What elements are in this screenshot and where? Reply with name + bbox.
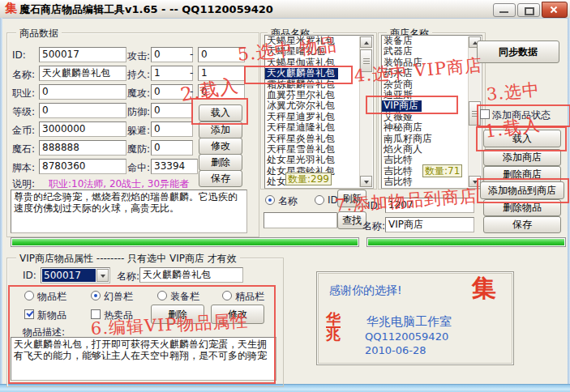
- shop-count-badge: 数量:71: [422, 164, 462, 177]
- script-field[interactable]: 8780360: [39, 159, 126, 174]
- add-shop-button[interactable]: 添加商店: [483, 149, 561, 166]
- field-label-script: 脚本:: [12, 161, 35, 175]
- vip-name-label: 名称:: [117, 270, 139, 283]
- logo-bottom-char: 兆: [326, 328, 341, 342]
- studio-name: 华兆电脑工作室: [366, 314, 452, 330]
- vip-id-value: 500017: [42, 269, 96, 282]
- name-field[interactable]: 天火麒麟兽礼包: [39, 66, 126, 81]
- app-window: { "window": { "title": "魔石商店物品编辑工具v1.65 …: [0, 0, 570, 392]
- maximize-icon: [525, 7, 534, 15]
- annotation-step3: 3.选中: [486, 78, 542, 106]
- product-data-group-label: 商品数据: [16, 27, 62, 40]
- progress-bar: [366, 237, 566, 247]
- search-by-id-radio[interactable]: [315, 195, 324, 205]
- studio-qq: QQ1120059420: [365, 330, 448, 343]
- field-label-level: 等级:: [12, 105, 35, 119]
- scroll-down-icon[interactable]: [360, 176, 372, 187]
- field-label-defense: 防御:: [127, 105, 150, 119]
- list-item[interactable]: 神秘商店: [382, 122, 482, 133]
- shop-name-field[interactable]: VIP商店: [385, 217, 474, 232]
- studio-date: 2010-06-28: [365, 344, 426, 356]
- annotation-box-vip-shop: [366, 96, 458, 114]
- field-label-gold: 金币:: [12, 124, 35, 138]
- list-item[interactable]: 血翼芬里尔礼包: [265, 90, 373, 100]
- window-title: 魔石商店物品编辑工具v1.65 - -- QQ1120059420: [19, 2, 273, 17]
- maximize-button[interactable]: [517, 3, 540, 17]
- progress-bar: [11, 237, 359, 247]
- dodge-field[interactable]: 0: [151, 121, 193, 137]
- shop-name-label: 名称:: [362, 219, 385, 233]
- scroll-up-icon[interactable]: [360, 36, 372, 48]
- class-field[interactable]: 0: [39, 84, 126, 100]
- list-item[interactable]: 天秤星炎兽礼包: [265, 134, 373, 144]
- annotation-box-add-item-to-shop: [477, 178, 569, 203]
- list-item[interactable]: 焰火商人: [382, 144, 482, 155]
- list-item[interactable]: 处女星光羽礼包: [265, 155, 373, 165]
- thanks-greeting: 感谢你的选择!: [329, 283, 402, 298]
- list-item[interactable]: 冰翼尤弥尔礼包: [265, 100, 373, 111]
- field-label-attack: 攻击:: [127, 49, 150, 63]
- field-label-class: 职业:: [12, 87, 35, 100]
- search-by-name-label: 名称: [278, 194, 298, 208]
- field-label-name: 名称:: [12, 68, 35, 82]
- close-button[interactable]: [542, 2, 568, 18]
- title-bar[interactable]: 集 魔石商店物品编辑工具v1.65 - -- QQ1120059420: [0, 0, 570, 19]
- field-label-magicdefense: 魔防:: [127, 143, 150, 156]
- field-label-hit: 命中:: [127, 161, 150, 175]
- annotation-box-selected-item: [244, 66, 353, 84]
- magicstone-field[interactable]: 888888: [39, 140, 126, 156]
- durable-min-field[interactable]: 1: [151, 66, 193, 81]
- list-item[interactable]: 天秤星雪兽礼包: [265, 144, 373, 155]
- item-description-box[interactable]: 尊贵的纪念骑宠，燃烧着烈焰的瑞兽麒麟。它迅疾的速度仿佛划过天际的火球，高贵无比。: [11, 190, 247, 233]
- vip-name-field[interactable]: 天火麒麟兽礼包: [139, 267, 243, 283]
- hit-field[interactable]: 33394: [151, 159, 198, 174]
- minimize-button[interactable]: [493, 3, 516, 17]
- chevron-down-icon[interactable]: [96, 269, 109, 282]
- huazhao-logo-icon: 华 兆: [326, 313, 341, 341]
- dash: -: [190, 49, 193, 60]
- field-label-durable: 持久:: [127, 68, 150, 82]
- save-shop-button[interactable]: 保存: [483, 216, 561, 233]
- save-item-button[interactable]: 保存: [199, 170, 242, 187]
- list-item[interactable]: 南瓜籽商店: [382, 134, 482, 144]
- vip-id-combobox[interactable]: 500017: [41, 267, 110, 283]
- sync-data-button[interactable]: 同步数据: [477, 40, 559, 63]
- minimize-icon: [499, 11, 508, 13]
- vip-attributes-group-label: VIP商店物品属性 -------- 只有选中 VIP商店 才有效: [16, 252, 240, 266]
- search-by-name-radio[interactable]: [265, 195, 275, 205]
- app-logo-icon: 集: [5, 2, 17, 15]
- field-label-dodge: 躲避:: [127, 124, 150, 138]
- search-input[interactable]: [264, 212, 337, 228]
- field-label-magicstone: 魔石:: [12, 143, 35, 156]
- delete-item-button[interactable]: 删除: [199, 154, 242, 171]
- list-item[interactable]: 天秤星迪罗礼包: [265, 112, 373, 122]
- id-field[interactable]: 500017: [39, 47, 126, 62]
- studio-seal-icon: 集: [472, 277, 496, 300]
- modify-item-button[interactable]: 修改: [199, 138, 242, 155]
- attack-min-field[interactable]: 0: [151, 47, 193, 62]
- magicdefense-field[interactable]: 0: [151, 140, 193, 156]
- list-item[interactable]: 装备店: [382, 36, 482, 46]
- list-item[interactable]: 天秤星迪隆礼包: [265, 122, 373, 133]
- dash: -: [190, 67, 193, 79]
- field-label-magicattack: 魔攻:: [127, 87, 150, 100]
- level-field[interactable]: 0: [39, 103, 126, 118]
- vip-id-label: ID:: [23, 270, 36, 281]
- field-label-id: ID:: [12, 49, 26, 61]
- item-count-badge: 数量:299: [285, 173, 332, 185]
- gold-field[interactable]: 3000000: [39, 121, 126, 137]
- window-border-left: [0, 18, 2, 384]
